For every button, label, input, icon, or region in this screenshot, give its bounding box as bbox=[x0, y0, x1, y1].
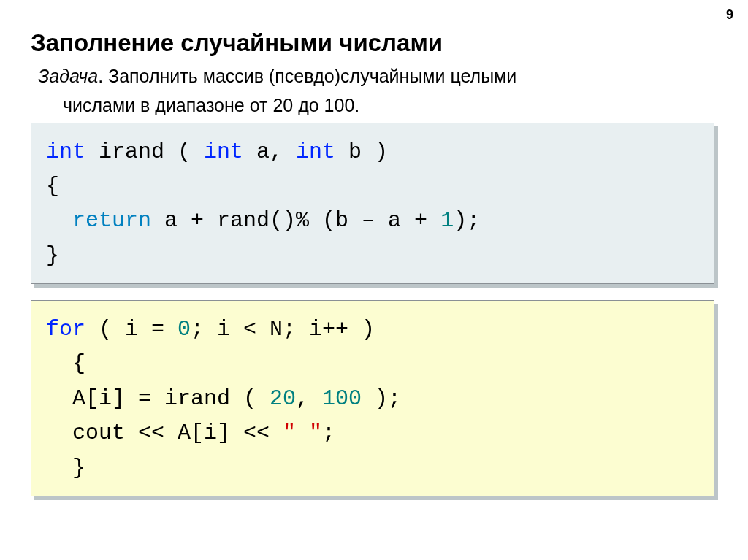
keyword-int: int bbox=[204, 139, 243, 164]
semicolon: ; bbox=[322, 421, 335, 445]
keyword-for: for bbox=[46, 317, 85, 342]
minus: – bbox=[362, 208, 375, 233]
number-20: 20 bbox=[270, 386, 296, 411]
indent bbox=[46, 351, 72, 376]
keyword-int: int bbox=[296, 139, 335, 164]
brace-close: } bbox=[46, 456, 85, 480]
keyword-int: int bbox=[46, 139, 85, 164]
brace-close: } bbox=[46, 243, 59, 268]
expr: a + rand()% (b bbox=[151, 208, 362, 233]
expr-end: ); bbox=[454, 208, 480, 233]
arg-a: a, bbox=[243, 139, 296, 164]
function-name: irand bbox=[85, 139, 164, 164]
keyword-return: return bbox=[72, 208, 151, 233]
task-description-line1: Задача. Заполнить массив (псевдо)случайн… bbox=[38, 64, 717, 89]
code-block-loop: for ( i = 0; i < N; i++ ) { A[i] = irand… bbox=[31, 300, 714, 496]
assign-end: ); bbox=[362, 386, 401, 411]
number-100: 100 bbox=[322, 386, 362, 411]
for-open: ( i = bbox=[85, 317, 178, 342]
paren-open: ( bbox=[164, 139, 204, 164]
task-label: Задача bbox=[38, 66, 98, 86]
expr: a + bbox=[375, 208, 440, 233]
brace-open: { bbox=[72, 351, 85, 376]
brace-open: { bbox=[46, 174, 59, 199]
code-block-function: int irand ( int a, int b ) { return a + … bbox=[31, 123, 714, 285]
number-one: 1 bbox=[440, 208, 454, 233]
string-space: " " bbox=[283, 421, 322, 445]
arg-b: b ) bbox=[335, 139, 388, 164]
page-number: 9 bbox=[726, 7, 733, 23]
for-cond: ; i < N; i++ ) bbox=[191, 317, 375, 342]
indent bbox=[46, 208, 72, 233]
task-text-1: . Заполнить массив (псевдо)случайными це… bbox=[98, 66, 516, 86]
slide-title: Заполнение случайными числами bbox=[31, 29, 717, 57]
cout-line: cout << A[i] << bbox=[46, 421, 283, 445]
task-description-line2: числами в диапазоне от 20 до 100. bbox=[63, 93, 717, 118]
number-zero: 0 bbox=[178, 317, 191, 342]
assign-line: A[i] = irand ( bbox=[46, 386, 270, 411]
comma: , bbox=[296, 386, 322, 411]
